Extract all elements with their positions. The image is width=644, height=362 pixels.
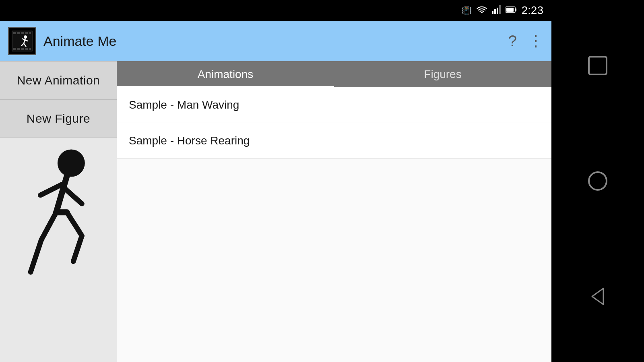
svg-rect-11	[25, 32, 28, 34]
stick-figure-svg	[12, 146, 105, 283]
nav-buttons	[551, 0, 644, 362]
content-panel: Animations Figures Sample - Man Waving S…	[117, 61, 551, 362]
svg-rect-2	[497, 8, 498, 14]
svg-line-31	[41, 212, 56, 240]
main-content: New Animation New Figure	[0, 61, 551, 362]
svg-point-34	[589, 172, 607, 190]
svg-marker-35	[592, 288, 603, 304]
svg-line-25	[56, 176, 67, 212]
wifi-icon	[477, 5, 487, 16]
svg-rect-12	[29, 32, 31, 34]
tabs: Animations Figures	[117, 61, 551, 87]
svg-rect-1	[494, 9, 496, 14]
menu-button[interactable]: ⋮	[528, 33, 543, 49]
status-time: 2:23	[522, 4, 544, 17]
app-title: Animate Me	[43, 33, 501, 49]
svg-rect-15	[21, 48, 24, 50]
svg-rect-3	[499, 5, 501, 14]
svg-rect-0	[492, 11, 493, 14]
svg-rect-10	[21, 32, 24, 34]
battery-icon	[506, 6, 517, 15]
app-bar-actions: ? ⋮	[508, 33, 543, 49]
svg-rect-14	[17, 48, 20, 50]
svg-line-30	[73, 236, 82, 261]
new-animation-button[interactable]: New Animation	[0, 61, 117, 100]
status-bar: 📳 2:23	[0, 0, 551, 21]
list-item[interactable]: Sample - Horse Rearing	[117, 123, 551, 159]
phone-area: 📳 2:23	[0, 0, 551, 362]
svg-line-29	[67, 212, 82, 236]
svg-rect-13	[13, 48, 16, 50]
app-bar: Animate Me ? ⋮	[0, 21, 551, 61]
svg-line-27	[40, 185, 62, 195]
tab-animations[interactable]: Animations	[117, 61, 334, 87]
svg-rect-5	[515, 8, 516, 11]
back-nav-button[interactable]	[584, 282, 612, 311]
svg-rect-17	[29, 48, 31, 50]
help-button[interactable]: ?	[508, 33, 517, 49]
svg-rect-9	[17, 32, 20, 34]
stick-figure-area	[0, 138, 117, 362]
svg-point-18	[24, 35, 27, 39]
circle-nav-button[interactable]	[584, 167, 612, 195]
tab-figures[interactable]: Figures	[334, 61, 551, 87]
vibrate-icon: 📳	[462, 6, 472, 15]
svg-line-32	[31, 240, 41, 272]
svg-rect-33	[589, 57, 607, 74]
svg-rect-6	[506, 8, 514, 12]
square-nav-button[interactable]	[584, 51, 612, 80]
signal-icon	[492, 5, 501, 16]
svg-rect-8	[13, 32, 16, 34]
sidebar: New Animation New Figure	[0, 61, 117, 362]
list-item[interactable]: Sample - Man Waving	[117, 87, 551, 123]
svg-line-26	[63, 187, 82, 204]
svg-point-24	[58, 150, 85, 177]
new-figure-button[interactable]: New Figure	[0, 100, 117, 138]
animation-list: Sample - Man Waving Sample - Horse Reari…	[117, 87, 551, 362]
svg-rect-16	[25, 48, 28, 50]
app-icon	[8, 27, 36, 55]
